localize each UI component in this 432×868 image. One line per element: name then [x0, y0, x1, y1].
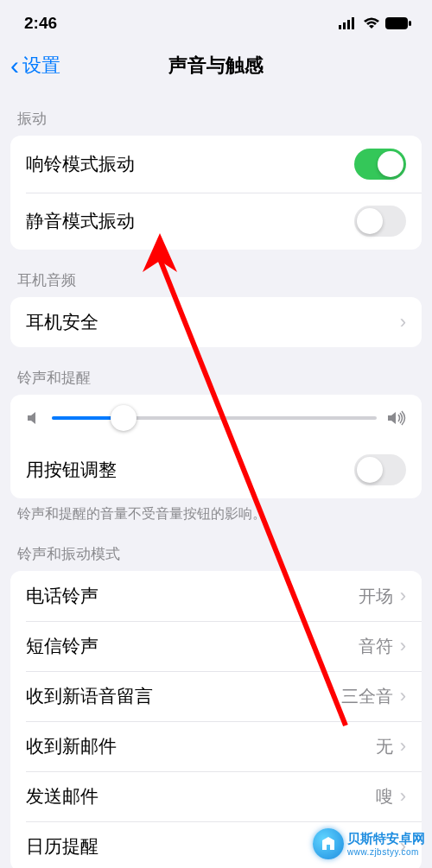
row-text-tone[interactable]: 短信铃声 音符›: [10, 621, 422, 671]
row-new-voicemail[interactable]: 收到新语音留言 三全音›: [10, 671, 422, 721]
row-label: 收到新邮件: [26, 734, 117, 758]
section-header-patterns: 铃声和振动模式: [0, 523, 432, 571]
row-label: 静音模式振动: [26, 209, 135, 233]
chevron-right-icon: ›: [400, 685, 406, 707]
nav-back-label: 设置: [22, 53, 60, 79]
section-header-ringer: 铃声和提醒: [0, 347, 432, 395]
svg-rect-0: [339, 25, 341, 29]
chevron-right-icon: ›: [400, 735, 406, 757]
status-bar: 2:46: [0, 0, 432, 43]
chevron-right-icon: ›: [400, 635, 406, 657]
nav-back-button[interactable]: ‹ 设置: [10, 53, 60, 79]
nav-bar: ‹ 设置 声音与触感: [0, 43, 432, 88]
row-value: 音符: [359, 635, 393, 658]
toggle-change-with-buttons[interactable]: [354, 454, 406, 485]
nav-title: 声音与触感: [168, 53, 264, 79]
svg-rect-5: [409, 21, 411, 26]
svg-rect-2: [347, 20, 350, 29]
status-icons: [339, 17, 411, 29]
row-value: 三全音: [341, 685, 393, 708]
row-vibrate-on-ring[interactable]: 响铃模式振动: [10, 136, 422, 193]
group-headphone: 耳机安全 ›: [10, 297, 422, 347]
battery-icon: [385, 17, 411, 29]
watermark-url: www.zjbstyy.com: [347, 847, 425, 857]
group-vibration: 响铃模式振动 静音模式振动: [10, 136, 422, 250]
watermark: 贝斯特安卓网 www.zjbstyy.com: [313, 828, 425, 859]
section-header-headphone: 耳机音频: [0, 250, 432, 297]
toggle-vibrate-on-ring[interactable]: [354, 149, 406, 180]
svg-rect-1: [343, 22, 346, 29]
section-header-vibration: 振动: [0, 88, 432, 136]
row-ringtone[interactable]: 电话铃声 开场›: [10, 571, 422, 621]
row-label: 耳机安全: [26, 310, 98, 334]
cellular-icon: [339, 17, 358, 29]
row-label: 响铃模式振动: [26, 152, 135, 176]
row-label: 用按钮调整: [26, 458, 117, 482]
row-value: 开场: [359, 585, 393, 608]
row-label: 收到新语音留言: [26, 684, 153, 708]
row-label: 发送邮件: [26, 784, 98, 808]
svg-rect-4: [385, 17, 408, 29]
group-patterns: 电话铃声 开场› 短信铃声 音符› 收到新语音留言 三全音› 收到新邮件 无› …: [10, 571, 422, 868]
row-label: 短信铃声: [26, 634, 98, 658]
volume-high-icon: [387, 410, 406, 426]
watermark-icon: [313, 828, 344, 859]
volume-low-icon: [26, 410, 41, 426]
watermark-text: 贝斯特安卓网: [347, 831, 425, 847]
row-change-with-buttons[interactable]: 用按钮调整: [10, 441, 422, 498]
volume-slider[interactable]: [52, 416, 377, 420]
wifi-icon: [363, 17, 380, 29]
row-vibrate-on-silent[interactable]: 静音模式振动: [10, 193, 422, 250]
status-time: 2:46: [24, 14, 57, 33]
row-value: 嗖: [376, 785, 393, 808]
row-sent-mail[interactable]: 发送邮件 嗖›: [10, 771, 422, 821]
toggle-vibrate-on-silent[interactable]: [354, 206, 406, 237]
svg-rect-3: [352, 17, 354, 29]
chevron-right-icon: ›: [400, 311, 406, 333]
row-label: 日历提醒: [26, 834, 98, 858]
row-label: 电话铃声: [26, 584, 98, 608]
group-ringer: 用按钮调整: [10, 395, 422, 498]
section-note-ringer: 铃声和提醒的音量不受音量按钮的影响。: [0, 498, 432, 523]
chevron-right-icon: ›: [400, 585, 406, 607]
row-headphone-safety[interactable]: 耳机安全 ›: [10, 297, 422, 347]
back-chevron-icon: ‹: [10, 53, 19, 79]
row-new-mail[interactable]: 收到新邮件 无›: [10, 721, 422, 771]
row-value: 无: [376, 735, 393, 758]
chevron-right-icon: ›: [400, 785, 406, 808]
row-volume-slider[interactable]: [10, 395, 422, 441]
